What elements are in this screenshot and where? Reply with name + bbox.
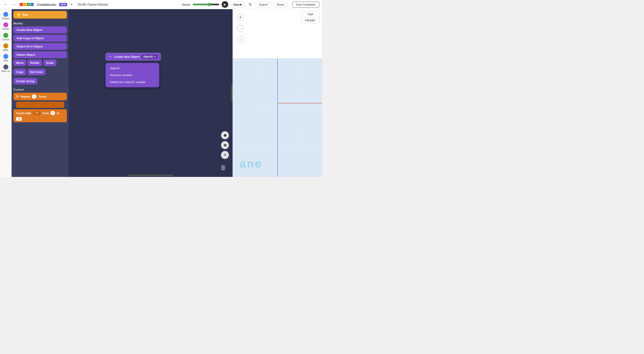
data-label: Data bbox=[3, 59, 8, 62]
front-view-button[interactable]: FRONT bbox=[301, 18, 320, 24]
set-color-block[interactable]: Set Color bbox=[28, 69, 46, 75]
sidebar-item-modify[interactable]: Modify bbox=[0, 22, 12, 31]
share-button[interactable]: Share bbox=[273, 2, 288, 8]
sidebar-item-shapes[interactable]: Shapes bbox=[0, 11, 12, 21]
dropdown-arrow-icon[interactable]: ▼ bbox=[70, 3, 73, 6]
right-panel: + − ⌂ TOP FRONT bbox=[232, 9, 322, 177]
scale-block[interactable]: Scale bbox=[44, 60, 56, 66]
tag-dropdown-icon: ▼ bbox=[154, 56, 156, 58]
modify-section-label: Modify bbox=[14, 22, 67, 25]
delete-object-block[interactable]: Delete Object bbox=[14, 51, 67, 58]
zoom-out-button[interactable]: ⊖ bbox=[221, 141, 229, 149]
repeat-inner-slot bbox=[16, 102, 64, 108]
repeat-block[interactable]: ↻ Repeat 1 Times bbox=[14, 93, 67, 100]
speed-label: Speed bbox=[182, 3, 190, 6]
zoom-fit-button[interactable]: ≡ bbox=[221, 151, 229, 159]
data-dot bbox=[3, 54, 8, 59]
view-controls: + − ⌂ TOP FRONT bbox=[233, 9, 322, 58]
select-all-in-object-block[interactable]: Select All In Object bbox=[14, 43, 67, 50]
canvas-block-label: Create New Object bbox=[114, 55, 140, 58]
rotate-block[interactable]: Rotate bbox=[28, 60, 42, 66]
sidebar-item-data[interactable]: Data bbox=[0, 53, 12, 63]
trash-button[interactable]: 🗑 bbox=[219, 162, 228, 173]
export-button[interactable]: Export bbox=[256, 2, 271, 8]
move-block[interactable]: Move bbox=[14, 60, 26, 66]
remove-view-button[interactable]: − bbox=[237, 25, 244, 32]
star-label: Star bbox=[22, 13, 28, 17]
repeat-block-container: ↻ Repeat 1 Times bbox=[14, 93, 67, 109]
markup-dot bbox=[3, 65, 8, 69]
top-view-button[interactable]: TOP bbox=[301, 12, 320, 18]
logo-tile-n: N bbox=[27, 3, 30, 6]
modify-dot bbox=[3, 22, 8, 27]
canvas-scrollbar[interactable] bbox=[128, 175, 173, 176]
dropdown-item-1[interactable]: Rename variable... bbox=[106, 72, 159, 79]
modify-label: Modify bbox=[2, 28, 9, 30]
logo-tile-i: I bbox=[23, 3, 26, 6]
copy-block[interactable]: Copy bbox=[14, 69, 26, 75]
star-block[interactable]: ⭐ Star bbox=[14, 11, 67, 19]
math-label: Math bbox=[3, 49, 8, 51]
logo-tile-t: T bbox=[20, 3, 23, 6]
dropdown-item-0[interactable]: object0 bbox=[106, 65, 159, 72]
logo-tile-k: K bbox=[30, 3, 34, 6]
new-badge: NEW bbox=[59, 3, 67, 6]
reset-button[interactable]: ↻ bbox=[247, 1, 254, 8]
vertical-scrollbar[interactable] bbox=[231, 84, 232, 102]
create-group-block[interactable]: Create Group bbox=[14, 78, 37, 84]
add-view-button[interactable]: + bbox=[237, 14, 244, 21]
block-panel: ⭐ Star Modify Create New Object Add Copy… bbox=[12, 9, 69, 177]
dropdown-item-2[interactable]: Delete the 'object0' variable bbox=[106, 79, 159, 86]
play-button[interactable]: ▶ bbox=[222, 1, 228, 8]
add-copy-of-object-block[interactable]: Add Copy of Object bbox=[14, 35, 67, 42]
app-name: Codeblocks bbox=[37, 3, 56, 7]
canvas-block-tag[interactable]: object0 ▼ bbox=[142, 55, 158, 59]
create-new-object-block[interactable]: Create New Object bbox=[14, 27, 67, 33]
logo: T I N K bbox=[20, 3, 34, 6]
step-button[interactable]: Step ▶| bbox=[230, 2, 245, 8]
shapes-label: Shapes bbox=[2, 17, 10, 20]
count-var[interactable]: i ▼ bbox=[33, 111, 40, 115]
sidebar-item-markup[interactable]: Mark Up bbox=[0, 64, 12, 73]
back-button[interactable]: ← bbox=[3, 2, 8, 7]
sidebar-item-math[interactable]: Math bbox=[0, 43, 12, 52]
block-notch bbox=[109, 56, 111, 58]
project-title[interactable]: Terrific Fyyran-Densor bbox=[77, 3, 179, 6]
canvas-create-object-block[interactable]: Create New Object object0 ▼ bbox=[106, 53, 161, 60]
repeat-count[interactable]: 1 bbox=[32, 94, 36, 99]
control-label: Control bbox=[2, 38, 9, 41]
canvas-area[interactable]: Create New Object object0 ▼ object0 Rena… bbox=[69, 9, 232, 177]
count-to-val[interactable]: 10 bbox=[16, 117, 22, 121]
star-icon: ⭐ bbox=[16, 12, 21, 17]
repeat-icon: ↻ bbox=[16, 95, 19, 98]
category-sidebar: Shapes Modify Control Math Data Mark Up bbox=[0, 9, 12, 177]
step-icon: ▶| bbox=[240, 3, 242, 6]
shapes-dot bbox=[3, 12, 8, 17]
sidebar-item-control[interactable]: Control bbox=[0, 32, 12, 42]
speed-slider[interactable] bbox=[192, 3, 219, 6]
home-view-button[interactable]: ⌂ bbox=[237, 36, 244, 43]
math-dot bbox=[3, 44, 8, 48]
control-section-label: Control bbox=[14, 88, 67, 91]
feedback-button[interactable]: Give Feedback bbox=[292, 2, 319, 8]
control-dot bbox=[3, 33, 8, 38]
plane-watermark: ane bbox=[240, 157, 262, 170]
view-cube: TOP FRONT bbox=[301, 12, 320, 24]
canvas-zoom-controls: ⊕ ⊖ ≡ bbox=[221, 131, 229, 159]
count-block[interactable]: Count with i ▼ from 1 to 10 bbox=[14, 109, 67, 122]
zoom-in-button[interactable]: ⊕ bbox=[221, 131, 229, 139]
markup-label: Mark Up bbox=[2, 70, 10, 72]
count-from-val[interactable]: 1 bbox=[50, 111, 55, 115]
forward-button[interactable]: → bbox=[11, 2, 17, 7]
viewport-3d[interactable]: ane bbox=[233, 58, 322, 177]
canvas-dropdown-menu: object0 Rename variable... Delete the 'o… bbox=[106, 63, 159, 87]
